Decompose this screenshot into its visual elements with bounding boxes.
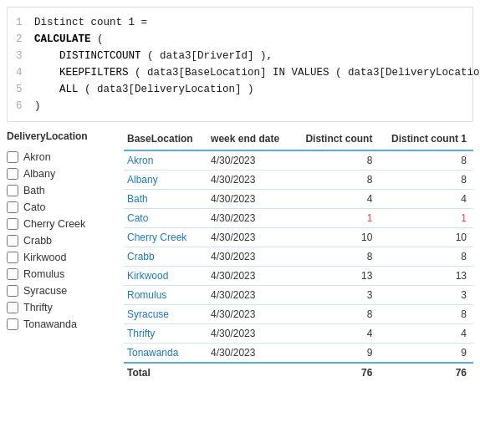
line-number: 5 [16, 81, 26, 98]
filter-checkbox[interactable] [7, 268, 18, 280]
cell-distinct-count1: 13 [379, 267, 473, 286]
col-header-distinctcount: Distinct count [294, 130, 380, 150]
cell-date: 4/30/2023 [207, 150, 294, 171]
cell-distinct-count1: 4 [379, 190, 473, 209]
code-text: KEEPFILTERS ( data3[BaseLocation] IN VAL… [34, 64, 480, 81]
total-date [207, 363, 294, 382]
filter-label: Tonawanda [23, 318, 77, 330]
total-count: 76 [294, 363, 380, 382]
cell-distinct-count1: 8 [379, 305, 473, 324]
cell-distinct-count: 3 [294, 286, 380, 305]
table-row: Syracuse4/30/202388 [124, 305, 473, 324]
filter-panel: DeliveryLocation AkronAlbanyBathCatoCher… [7, 130, 124, 382]
col-header-distinctcount1: Distinct count 1 [379, 130, 473, 150]
filter-item[interactable]: Syracuse [7, 283, 117, 299]
filter-item[interactable]: Cherry Creek [7, 216, 117, 232]
filter-item[interactable]: Akron [7, 149, 117, 165]
cell-distinct-count: 8 [294, 305, 380, 324]
col-header-baselocation: BaseLocation [124, 130, 207, 150]
filter-label: Romulus [23, 268, 64, 280]
code-text: CALCULATE ( [34, 31, 104, 48]
data-table-wrap: BaseLocation week end date Distinct coun… [124, 130, 473, 382]
table-row: Albany4/30/202388 [124, 171, 473, 190]
table-row: Kirkwood4/30/20231313 [124, 267, 473, 286]
filter-item[interactable]: Kirkwood [7, 249, 117, 266]
code-line-4: 4 KEEPFILTERS ( data3[BaseLocation] IN V… [16, 64, 464, 81]
cell-location: Thrifty [124, 324, 207, 344]
filter-checkbox[interactable] [7, 168, 18, 180]
code-text: Distinct count 1 = [34, 14, 147, 31]
cell-location: Cato [124, 209, 207, 228]
filter-checkbox[interactable] [7, 201, 18, 213]
filter-item[interactable]: Thrifty [7, 299, 117, 316]
filter-title: DeliveryLocation [7, 130, 117, 142]
filter-label: Cato [23, 201, 45, 213]
code-line-5: 5 ALL ( data3[DeliveryLocation] ) [16, 81, 464, 98]
cell-date: 4/30/2023 [207, 171, 294, 190]
line-number: 4 [16, 64, 26, 81]
table-row: Akron4/30/202388 [124, 150, 473, 171]
line-number: 3 [16, 48, 26, 64]
filter-item[interactable]: Albany [7, 165, 117, 182]
cell-location: Syracuse [124, 305, 207, 324]
table-row: Bath4/30/202344 [124, 190, 473, 209]
cell-distinct-count: 8 [294, 171, 380, 190]
filter-checkbox[interactable] [7, 252, 18, 263]
code-block: 1 Distinct count 1 = 2 CALCULATE ( 3 DIS… [7, 7, 473, 122]
filter-item[interactable]: Romulus [7, 266, 117, 283]
cell-location: Kirkwood [124, 267, 207, 286]
filter-label: Syracuse [23, 285, 67, 297]
filter-checkbox[interactable] [7, 151, 18, 163]
table-row: Romulus4/30/202333 [124, 286, 473, 305]
total-count1: 76 [379, 363, 473, 382]
filter-item[interactable]: Cato [7, 199, 117, 216]
cell-distinct-count: 8 [294, 150, 380, 171]
filter-label: Crabb [23, 235, 52, 247]
filter-checkbox[interactable] [7, 302, 18, 313]
table-row: Crabb4/30/202388 [124, 247, 473, 267]
cell-distinct-count: 4 [294, 324, 380, 344]
table-row: Tonawanda4/30/202399 [124, 344, 473, 364]
cell-distinct-count1: 10 [379, 228, 473, 247]
code-line-1: 1 Distinct count 1 = [16, 14, 464, 31]
cell-distinct-count1: 4 [379, 324, 473, 344]
table-row: Thrifty4/30/202344 [124, 324, 473, 344]
filter-label: Cherry Creek [23, 218, 85, 230]
cell-distinct-count1: 3 [379, 286, 473, 305]
code-text: ) [34, 98, 41, 115]
filter-item[interactable]: Bath [7, 182, 117, 199]
filter-checkbox[interactable] [7, 218, 18, 230]
cell-distinct-count: 1 [294, 209, 380, 228]
filter-checkbox[interactable] [7, 235, 18, 247]
cell-distinct-count1: 1 [379, 209, 473, 228]
cell-location: Bath [124, 190, 207, 209]
cell-location: Romulus [124, 286, 207, 305]
filter-checkbox[interactable] [7, 318, 18, 330]
cell-location: Akron [124, 150, 207, 171]
cell-location: Albany [124, 171, 207, 190]
main-area: DeliveryLocation AkronAlbanyBathCatoCher… [7, 130, 473, 382]
cell-distinct-count: 13 [294, 267, 380, 286]
cell-date: 4/30/2023 [207, 267, 294, 286]
cell-distinct-count: 9 [294, 344, 380, 364]
cell-date: 4/30/2023 [207, 286, 294, 305]
filter-checkbox[interactable] [7, 285, 18, 297]
filter-label: Albany [23, 168, 55, 180]
cell-distinct-count: 8 [294, 247, 380, 267]
filter-item[interactable]: Tonawanda [7, 316, 117, 333]
code-line-3: 3 DISTINCTCOUNT ( data3[DriverId] ), [16, 48, 464, 64]
filter-checkbox[interactable] [7, 185, 18, 196]
cell-distinct-count: 4 [294, 190, 380, 209]
filter-item[interactable]: Crabb [7, 232, 117, 249]
table-row: Cato4/30/202311 [124, 209, 473, 228]
table-total-row: Total 76 76 [124, 363, 473, 382]
table-body: Akron4/30/202388Albany4/30/202388Bath4/3… [124, 150, 473, 363]
code-text: DISTINCTCOUNT ( data3[DriverId] ), [34, 48, 273, 64]
cell-distinct-count: 10 [294, 228, 380, 247]
cell-date: 4/30/2023 [207, 228, 294, 247]
filter-label: Akron [23, 151, 51, 163]
cell-date: 4/30/2023 [207, 190, 294, 209]
filter-label: Thrifty [23, 302, 53, 313]
cell-location: Cherry Creek [124, 228, 207, 247]
cell-date: 4/30/2023 [207, 305, 294, 324]
